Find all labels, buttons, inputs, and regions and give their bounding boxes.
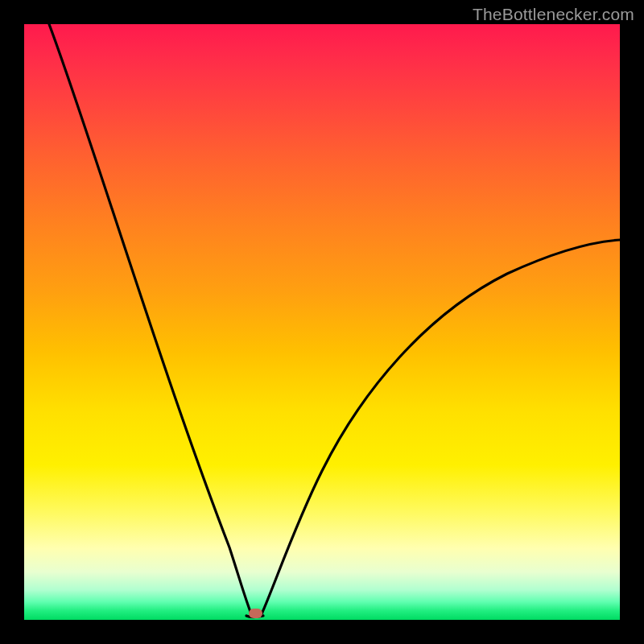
bottleneck-curve — [24, 24, 620, 620]
plot-area — [24, 24, 620, 620]
attribution-label: TheBottlenecker.com — [473, 5, 634, 24]
chart-container: TheBottlenecker.com — [0, 0, 644, 644]
minimum-marker — [249, 609, 262, 618]
